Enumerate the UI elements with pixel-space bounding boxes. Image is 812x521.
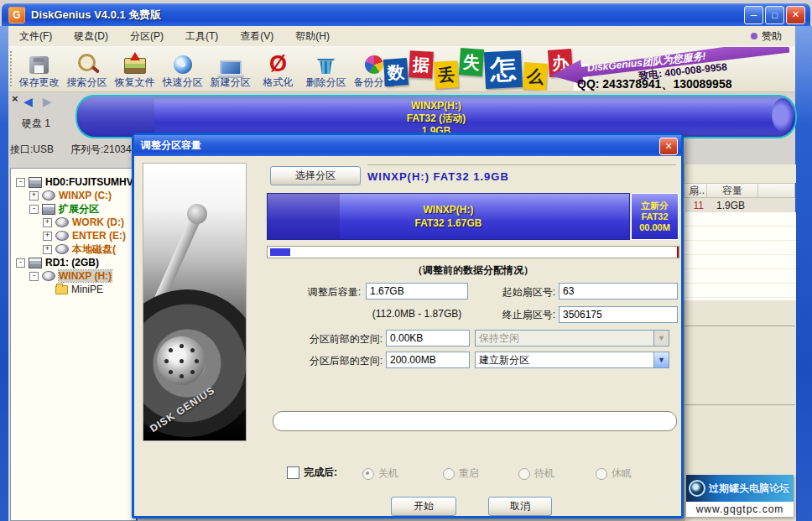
partition-size-bar: WINXP(H:) FAT32 1.67GB 立新分 FAT32 00.00M bbox=[267, 193, 679, 242]
quick-partition-button[interactable]: 快速分区 bbox=[159, 48, 206, 91]
forum-name: 过期罐头电脑论坛 bbox=[709, 482, 789, 496]
partition-icon bbox=[42, 190, 55, 201]
dialog-close-button[interactable]: ✕ bbox=[659, 138, 678, 155]
select-partition-button[interactable]: 选择分区 bbox=[270, 166, 361, 185]
expander-icon[interactable]: - bbox=[16, 258, 25, 268]
end-sector-input[interactable] bbox=[559, 306, 678, 323]
format-label: 格式化 bbox=[263, 76, 294, 90]
tree-item-enter-e[interactable]: + ENTER (E:) bbox=[11, 229, 136, 242]
partition-table-header: 扇.. 容量 bbox=[684, 183, 795, 198]
partition-main-segment[interactable]: WINXP(H:) FAT32 1.67GB bbox=[267, 193, 630, 240]
tree-label: 本地磁盘( bbox=[72, 242, 116, 257]
back-space-action-value: 建立新分区 bbox=[479, 353, 529, 367]
hard-disk-icon bbox=[29, 258, 42, 268]
menu-tools[interactable]: 工具(T) bbox=[174, 29, 229, 44]
cell-sector: 11 bbox=[684, 200, 705, 211]
disk-serial-label: 序列号:21034 bbox=[70, 143, 132, 157]
partition-table-empty-rows bbox=[684, 212, 796, 300]
tree-item-local-disk[interactable]: + 本地磁盘( bbox=[11, 242, 136, 256]
expander-icon[interactable]: + bbox=[43, 245, 52, 254]
new-segment-line1: 立新分 bbox=[641, 201, 669, 211]
tree-item-winxp-c[interactable]: + WINXP (C:) bbox=[11, 189, 136, 202]
tree-label: 扩展分区 bbox=[59, 202, 99, 216]
usage-bar[interactable] bbox=[267, 246, 679, 258]
cylinder-partition-name: WINXP(H:) bbox=[77, 100, 795, 112]
back-space-input[interactable] bbox=[386, 352, 470, 368]
tree-item-rd1[interactable]: - RD1: (2GB) bbox=[11, 256, 136, 269]
folder-icon bbox=[55, 285, 68, 294]
menu-partition[interactable]: 分区(P) bbox=[119, 29, 174, 44]
pane-close-button[interactable]: × bbox=[12, 92, 18, 105]
next-disk-arrow[interactable]: ▶ bbox=[43, 95, 55, 108]
partition-icon bbox=[55, 244, 69, 254]
partition-table-row[interactable]: 11 1.9GB bbox=[684, 198, 795, 212]
front-space-action-value: 保持空闲 bbox=[479, 331, 519, 346]
menu-disk[interactable]: 硬盘(D) bbox=[63, 29, 119, 44]
column-sector[interactable]: 扇.. bbox=[684, 184, 707, 198]
usage-end-marker bbox=[677, 247, 679, 258]
minimize-button[interactable]: ─ bbox=[744, 6, 763, 24]
window-controls: ─ □ ✕ bbox=[744, 6, 805, 24]
start-sector-input[interactable] bbox=[559, 283, 678, 300]
search-icon bbox=[78, 54, 96, 71]
capacity-input[interactable] bbox=[366, 283, 468, 300]
partition-main-labels: WINXP(H:) FAT32 1.67GB bbox=[268, 203, 629, 230]
radio-hibernate: 休眠 bbox=[596, 466, 632, 481]
delete-partition-button[interactable]: 删除分区 bbox=[302, 48, 350, 91]
partition-tree: - HD0:FUJITSUMHV + WINXP (C:) - 扩展分区 + W… bbox=[10, 168, 138, 521]
expander-icon[interactable]: - bbox=[29, 272, 39, 281]
close-button[interactable]: ✕ bbox=[786, 6, 805, 24]
tree-item-winxp-h[interactable]: - WINXP (H:) bbox=[11, 269, 136, 283]
ad-tile: 失 bbox=[459, 48, 484, 76]
start-button[interactable]: 开始 bbox=[391, 497, 456, 516]
format-button[interactable]: Ø 格式化 bbox=[254, 48, 302, 91]
search-partition-button[interactable]: 搜索分区 bbox=[63, 48, 111, 91]
expander-icon[interactable]: + bbox=[43, 232, 52, 241]
disk-nav: ◀ ▶ bbox=[23, 95, 55, 108]
back-space-action-select[interactable]: 建立新分区 ▼ bbox=[475, 352, 669, 368]
tree-item-work-d[interactable]: + WORK (D:) bbox=[11, 216, 136, 229]
tree-item-extended[interactable]: - 扩展分区 bbox=[11, 202, 136, 216]
radio-icon bbox=[518, 468, 530, 480]
prev-disk-arrow[interactable]: ◀ bbox=[23, 95, 36, 108]
tree-item-minipe[interactable]: MiniPE bbox=[11, 283, 136, 296]
window-border-left bbox=[0, 26, 8, 521]
format-slash-icon: Ø bbox=[269, 54, 287, 74]
cancel-button[interactable]: 取消 bbox=[488, 497, 552, 516]
menu-view[interactable]: 查看(V) bbox=[229, 29, 284, 44]
front-space-input[interactable] bbox=[386, 330, 470, 346]
expander-icon[interactable]: + bbox=[43, 218, 52, 227]
pie-chart-icon bbox=[365, 55, 383, 74]
selected-partition-info: WINXP(H:) FAT32 1.9GB bbox=[367, 164, 676, 183]
maximize-button[interactable]: □ bbox=[765, 6, 784, 24]
expander-icon[interactable]: - bbox=[29, 205, 39, 214]
app-logo-icon: G bbox=[8, 7, 25, 23]
column-capacity[interactable]: 容量 bbox=[707, 184, 758, 198]
ad-qq-numbers: QQ: 243378941、130089958 bbox=[577, 77, 731, 91]
ad-banner[interactable]: 数 据 丢 失 怎 么 办 ! DiskGenius团队为您服务! 致电: 40… bbox=[383, 47, 795, 91]
search-partition-label: 搜索分区 bbox=[67, 76, 107, 90]
window-border-right bbox=[795, 26, 812, 521]
start-sector-label: 起始扇区号: bbox=[476, 285, 555, 300]
expander-icon[interactable]: + bbox=[29, 191, 39, 201]
recover-files-button[interactable]: 恢复文件 bbox=[111, 48, 159, 91]
bar-partition-name: WINXP(H:) bbox=[268, 203, 629, 216]
dialog-title-bar[interactable]: 调整分区容量 bbox=[134, 135, 681, 156]
tree-item-hd0[interactable]: - HD0:FUJITSUMHV bbox=[11, 175, 136, 189]
save-icon bbox=[29, 56, 49, 74]
expander-icon[interactable]: - bbox=[16, 178, 25, 187]
watermark-banner: 过期罐头电脑论坛 bbox=[686, 475, 794, 502]
sponsor-link[interactable]: 赞助 bbox=[751, 29, 782, 44]
resize-partition-dialog: 调整分区容量 ✕ DISK GENIUS 选择分区 WINXP(H:) FAT3… bbox=[132, 133, 684, 518]
menu-help[interactable]: 帮助(H) bbox=[284, 29, 341, 44]
end-sector-label: 终止扇区号: bbox=[476, 308, 555, 322]
chevron-down-icon: ▼ bbox=[653, 352, 669, 367]
new-partition-segment[interactable]: 立新分 FAT32 00.00M bbox=[631, 193, 679, 240]
save-changes-button[interactable]: 保存更改 bbox=[15, 48, 63, 91]
delete-partition-label: 删除分区 bbox=[306, 76, 346, 90]
after-finish-checkbox[interactable] bbox=[287, 466, 299, 479]
menu-file[interactable]: 文件(F) bbox=[8, 29, 63, 44]
new-partition-button[interactable]: 新建分区 bbox=[206, 48, 254, 91]
cd-disc-icon bbox=[174, 55, 192, 74]
diskgenius-window: G DiskGenius V4.0.1 免费版 ─ □ ✕ 文件(F) 硬盘(D… bbox=[0, 0, 812, 521]
